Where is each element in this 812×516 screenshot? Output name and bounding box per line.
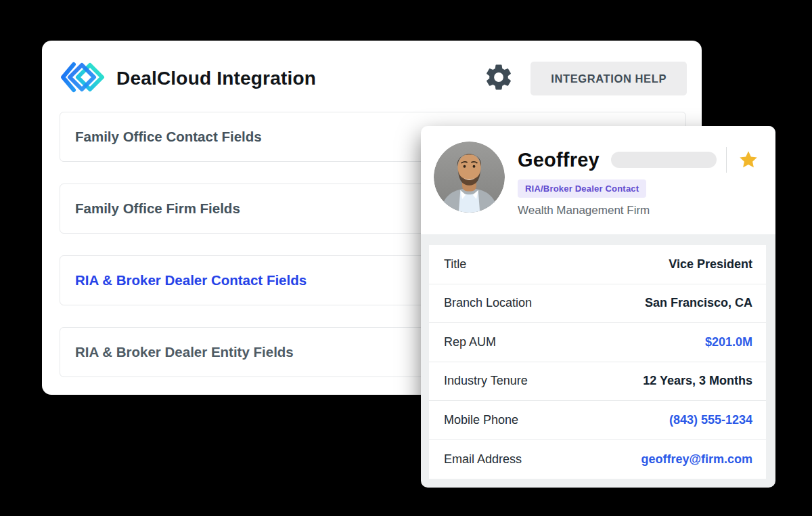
field-group-label: Family Office Contact Fields — [75, 129, 262, 145]
firm-name: Wealth Management Firm — [518, 204, 763, 217]
divider — [726, 147, 727, 173]
field-label: Rep AUM — [444, 335, 496, 349]
contact-field-row: Industry Tenure12 Years, 3 Months — [429, 362, 766, 402]
contact-card-header: Geoffrey RIA/Broker Dealer Contact Wealt… — [421, 126, 775, 234]
star-icon — [738, 149, 759, 171]
field-value[interactable]: geoffrey@firm.com — [641, 452, 752, 467]
contact-type-badge: RIA/Broker Dealer Contact — [518, 179, 646, 198]
field-label: Title — [444, 257, 466, 272]
last-name-redaction-pill — [611, 152, 717, 168]
contact-field-row: Email Addressgeoffrey@firm.com — [429, 440, 766, 479]
field-group-label: RIA & Broker Dealer Contact Fields — [75, 272, 307, 288]
integration-help-button[interactable]: INTEGRATION HELP — [531, 62, 687, 95]
name-row: Geoffrey — [518, 147, 763, 173]
panel-header: DealCloud Integration INTEGRATION HELP — [42, 41, 702, 98]
field-value[interactable]: $201.0M — [705, 335, 752, 349]
contact-field-row: Branch LocationSan Francisco, CA — [429, 284, 766, 324]
page: DealCloud Integration INTEGRATION HELP F… — [0, 0, 812, 516]
field-group-label: RIA & Broker Dealer Entity Fields — [75, 344, 294, 360]
field-value: Vice President — [669, 257, 752, 272]
field-label: Mobile Phone — [444, 413, 518, 427]
field-label: Industry Tenure — [444, 374, 528, 388]
contact-first-name: Geoffrey — [518, 149, 600, 171]
field-value[interactable]: (843) 555-1234 — [669, 413, 752, 427]
field-value: San Francisco, CA — [645, 296, 752, 310]
settings-button[interactable] — [482, 62, 516, 95]
dealcloud-diamonds-logo-icon — [60, 60, 106, 98]
contact-field-row: Mobile Phone(843) 555-1234 — [429, 401, 766, 440]
field-value: 12 Years, 3 Months — [643, 374, 752, 388]
field-group-label: Family Office Firm Fields — [75, 200, 240, 217]
contact-table: TitleVice PresidentBranch LocationSan Fr… — [429, 245, 766, 479]
identity-block: Geoffrey RIA/Broker Dealer Contact Wealt… — [518, 142, 763, 234]
field-label: Email Address — [444, 452, 522, 467]
avatar — [434, 142, 505, 213]
field-label: Branch Location — [444, 296, 532, 310]
brand: DealCloud Integration — [60, 60, 316, 98]
gear-icon — [483, 62, 514, 95]
page-title: DealCloud Integration — [116, 68, 316, 89]
favorite-star-button[interactable] — [738, 149, 759, 171]
contact-card: Geoffrey RIA/Broker Dealer Contact Wealt… — [421, 126, 775, 488]
contact-field-row: Rep AUM$201.0M — [429, 323, 766, 362]
contact-field-row: TitleVice President — [429, 245, 766, 284]
